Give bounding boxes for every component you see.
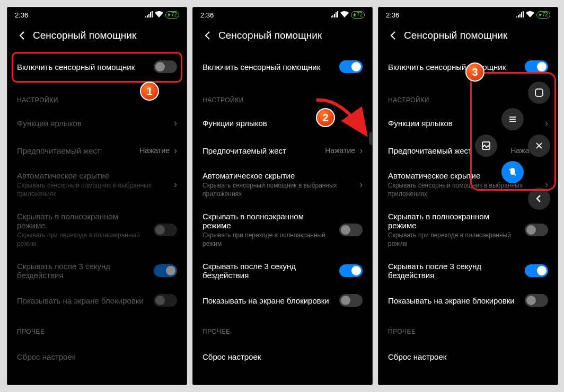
idle3s-label: Скрывать после 3 секунд бездействия [388, 262, 519, 280]
wifi-icon [340, 11, 349, 19]
row-enable-assistant[interactable]: Включить сенсорный помощник [193, 51, 372, 83]
row-idle3s[interactable]: Скрывать после 3 секунд бездействия [7, 255, 187, 287]
lockscreen-label: Показывать на экране блокировки [17, 296, 148, 305]
enable-assistant-toggle[interactable] [339, 60, 363, 73]
back-button[interactable] [13, 26, 32, 45]
chevron-right-icon: › [174, 118, 177, 129]
signal-icon [331, 11, 338, 19]
quickball-back-button[interactable] [528, 188, 550, 210]
battery-indicator: 72 [165, 11, 179, 19]
idle3s-toggle[interactable] [525, 264, 548, 277]
quickball-menu-button[interactable] [501, 108, 524, 130]
row-shortcuts[interactable]: Функции ярлыков › [7, 109, 187, 137]
idle3s-toggle[interactable] [154, 264, 177, 277]
lockscreen-label: Показывать на экране блокировки [202, 296, 334, 305]
section-other: ПРОЧЕЕ [7, 314, 187, 341]
row-gesture[interactable]: Предпочитаемый жест Нажатие › [7, 137, 187, 164]
enable-assistant-label: Включить сенсорный помощник [388, 63, 519, 72]
wifi-icon [526, 11, 534, 19]
chevron-right-icon: › [174, 145, 177, 156]
chevron-right-icon: › [359, 145, 363, 156]
wifi-icon [155, 11, 163, 19]
back-button[interactable] [198, 26, 217, 45]
fullscreen-toggle[interactable] [525, 224, 548, 236]
annotation-step-1: 1 [140, 82, 159, 101]
page-header: Сенсорный помощник [7, 22, 187, 51]
shortcuts-label: Функции ярлыков [17, 119, 169, 128]
page-title: Сенсорный помощник [218, 30, 322, 41]
idle3s-toggle[interactable] [339, 264, 363, 277]
clock: 2:36 [386, 11, 399, 19]
enable-assistant-toggle[interactable] [154, 60, 177, 73]
row-enable-assistant[interactable]: Включить сенсорный помощник [7, 51, 187, 83]
clock: 2:36 [15, 11, 28, 19]
autohide-sub: Скрывать сенсорный помощник в выбранных … [202, 182, 354, 198]
fullscreen-sub: Скрывать при переходе в полноэкранный ре… [388, 231, 519, 248]
row-idle3s[interactable]: Скрывать после 3 секунд бездействия [378, 255, 558, 287]
row-reset[interactable]: Сброс настроек [378, 341, 558, 368]
page-title: Сенсорный помощник [33, 30, 136, 41]
row-lockscreen[interactable]: Показывать на экране блокировки [378, 287, 558, 314]
idle3s-label: Скрывать после 3 секунд бездействия [17, 262, 148, 280]
status-icons: 72 [145, 11, 179, 19]
fullscreen-label: Скрывать в полноэкранном режиме [202, 212, 334, 230]
annotation-step-3: 3 [465, 63, 484, 82]
fullscreen-toggle[interactable] [154, 224, 177, 236]
lockscreen-toggle[interactable] [339, 294, 363, 307]
reset-label: Сброс настроек [202, 352, 357, 361]
status-icons: 72 [331, 11, 365, 19]
row-reset[interactable]: Сброс настроек [193, 341, 372, 368]
reset-label: Сброс настроек [17, 352, 172, 361]
row-gesture[interactable]: Предпочитаемый жест Нажатие › [193, 137, 372, 164]
autohide-sub: Скрывать сенсорный помощник в выбранных … [17, 182, 169, 198]
chevron-right-icon: › [359, 179, 363, 190]
autohide-label: Автоматическое скрытие [17, 171, 169, 180]
gesture-label: Предпочитаемый жест [202, 146, 320, 155]
quickball-panel[interactable] [471, 75, 554, 216]
row-fullscreen[interactable]: Скрывать в полноэкранном режиме Скрывать… [193, 205, 372, 255]
enable-assistant-label: Включить сенсорный помощник [17, 63, 148, 72]
quickball-close-button[interactable] [528, 135, 550, 157]
enable-assistant-toggle[interactable] [525, 60, 548, 73]
row-lockscreen[interactable]: Показывать на экране блокировки [7, 287, 187, 314]
chevron-right-icon: › [359, 118, 363, 129]
gesture-value: Нажатие [139, 146, 170, 155]
signal-icon [516, 11, 524, 19]
gesture-label: Предпочитаемый жест [17, 146, 134, 155]
section-settings: НАСТРОЙКИ [7, 83, 187, 109]
row-shortcuts[interactable]: Функции ярлыков › [193, 109, 372, 137]
row-autohide[interactable]: Автоматическое скрытие Скрывать сенсорны… [7, 164, 187, 205]
fullscreen-sub: Скрывать при переходе в полноэкранный ре… [17, 231, 148, 248]
row-fullscreen[interactable]: Скрывать в полноэкранном режиме Скрывать… [7, 205, 187, 255]
annotation-step-2: 2 [316, 108, 335, 127]
quickball-home-button[interactable] [528, 82, 550, 104]
enable-assistant-label: Включить сенсорный помощник [202, 63, 334, 72]
lockscreen-label: Показывать на экране блокировки [388, 296, 519, 305]
back-button[interactable] [384, 26, 403, 45]
row-lockscreen[interactable]: Показывать на экране блокировки [193, 287, 372, 314]
lockscreen-toggle[interactable] [154, 294, 177, 307]
phone-screen-1: 2:36 72 Сенсорный помощник Включить сенс… [7, 7, 187, 385]
status-icons: 72 [516, 11, 550, 19]
page-header: Сенсорный помощник [378, 22, 558, 51]
gesture-value: Нажатие [325, 146, 355, 155]
clock: 2:36 [200, 11, 214, 19]
quickball-mute-button[interactable] [501, 161, 524, 183]
quickball-handle[interactable] [369, 131, 372, 145]
row-idle3s[interactable]: Скрывать после 3 секунд бездействия [193, 255, 372, 287]
status-bar: 2:36 72 [193, 7, 372, 22]
fullscreen-label: Скрывать в полноэкранном режиме [17, 212, 148, 230]
quickball-screenshot-button[interactable] [475, 135, 497, 157]
status-bar: 2:36 72 [7, 7, 187, 22]
row-reset[interactable]: Сброс настроек [7, 341, 187, 368]
page-header: Сенсорный помощник [193, 22, 372, 51]
fullscreen-toggle[interactable] [339, 224, 363, 236]
chevron-right-icon: › [174, 179, 177, 190]
section-settings: НАСТРОЙКИ [193, 83, 372, 109]
battery-indicator: 72 [351, 11, 365, 19]
status-bar: 2:36 72 [378, 7, 558, 22]
lockscreen-toggle[interactable] [525, 294, 548, 307]
svg-rect-0 [535, 89, 543, 96]
phone-screen-3: 2:36 72 Сенсорный помощник Включить сенс… [378, 7, 558, 385]
row-autohide[interactable]: Автоматическое скрытие Скрывать сенсорны… [193, 164, 372, 205]
